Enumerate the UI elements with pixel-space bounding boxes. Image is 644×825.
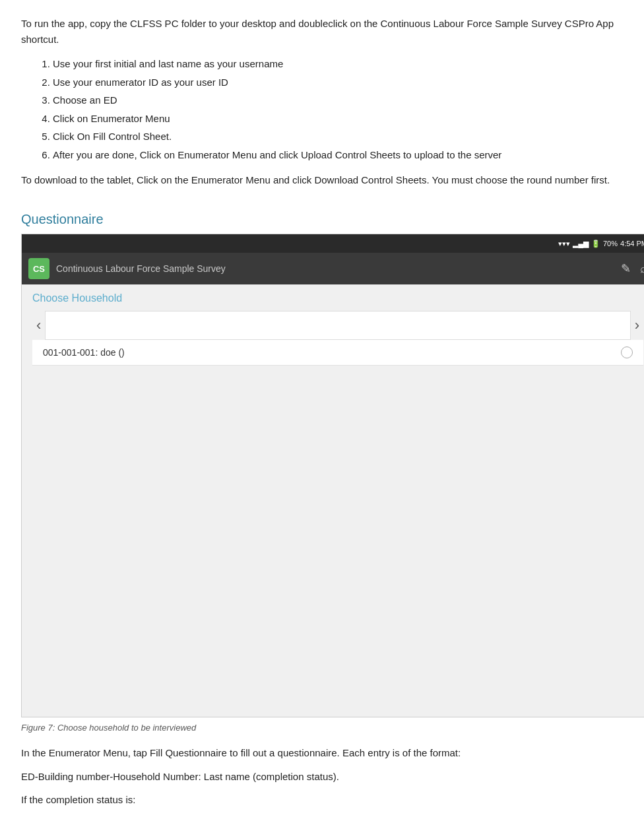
carousel-row[interactable]: ‹ ›	[32, 311, 643, 340]
app-header-bar: CS Continuous Labour Force Sample Survey…	[22, 253, 644, 284]
figure-caption: Figure 7: Choose household to be intervi…	[21, 723, 623, 733]
status-bar: ▾▾▾ ▂▄▆ 🔋 70% 4:54 PM	[22, 234, 644, 253]
edit-icon[interactable]: ✎	[621, 261, 631, 276]
signal-bars: ▂▄▆	[573, 240, 589, 248]
intro-paragraph-2: To download to the tablet, Click on the …	[21, 172, 623, 188]
bottom-para-1: In the Enumerator Menu, tap Fill Questio…	[21, 744, 623, 762]
household-row[interactable]: 001-001-001: doe ()	[32, 340, 643, 366]
step-4: Click on Enumerator Menu	[53, 110, 623, 127]
spacer	[21, 200, 623, 212]
choose-household-label: Choose Household	[32, 292, 643, 304]
household-list: 001-001-001: doe ()	[32, 340, 643, 366]
app-header-left: CS Continuous Labour Force Sample Survey	[28, 258, 226, 279]
app-header-right: ✎ ⌕	[621, 261, 644, 276]
steps-list: Use your first initial and last name as …	[53, 55, 623, 163]
search-icon[interactable]: ⌕	[640, 262, 644, 276]
questionnaire-heading: Questionnaire	[21, 212, 623, 227]
battery-level: 70%	[603, 240, 618, 248]
status-icons: ▾▾▾ ▂▄▆ 🔋 70% 4:54 PM	[558, 240, 644, 248]
time-display: 4:54 PM	[620, 240, 644, 248]
empty-content-area	[32, 366, 643, 709]
app-logo: CS	[28, 258, 49, 279]
step-2: Use your enumerator ID as your user ID	[53, 74, 623, 91]
battery-icon: 🔋	[591, 240, 600, 248]
step-3: Choose an ED	[53, 92, 623, 109]
screenshot-mockup: ▾▾▾ ▂▄▆ 🔋 70% 4:54 PM CS Continuous Labo…	[21, 234, 644, 717]
carousel-content	[45, 311, 630, 340]
intro-paragraph-1: To run the app, copy the CLFSS PC folder…	[21, 16, 623, 48]
bottom-para-3: If the completion status is:	[21, 791, 623, 808]
step-5: Click On Fill Control Sheet.	[53, 128, 623, 145]
bottom-para-2: ED-Building number-Household Number: Las…	[21, 768, 623, 785]
screen-content: Choose Household ‹ › 001-001-001: doe ()	[22, 284, 644, 717]
signal-icon: ▾▾▾	[558, 240, 570, 248]
step-1: Use your first initial and last name as …	[53, 55, 623, 73]
carousel-right-arrow[interactable]: ›	[631, 318, 643, 333]
app-title: Continuous Labour Force Sample Survey	[56, 263, 226, 274]
carousel-left-arrow[interactable]: ‹	[32, 318, 45, 333]
step-6: After you are done, Click on Enumerator …	[53, 147, 623, 164]
bottom-paragraphs: In the Enumerator Menu, tap Fill Questio…	[21, 744, 623, 808]
household-entry-text: 001-001-001: doe ()	[43, 347, 125, 358]
household-status-circle	[621, 346, 633, 358]
